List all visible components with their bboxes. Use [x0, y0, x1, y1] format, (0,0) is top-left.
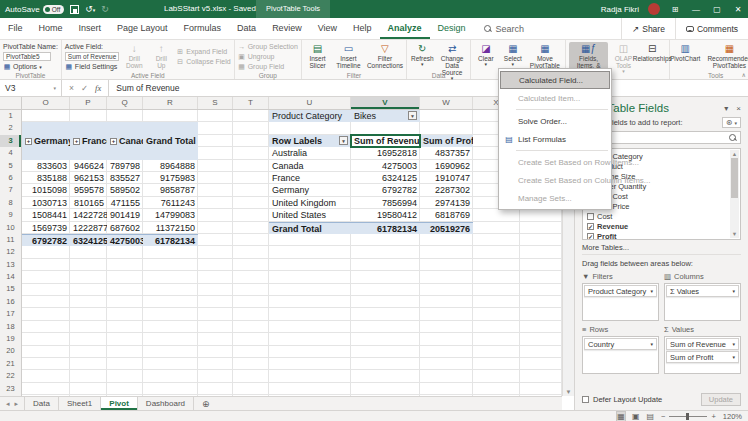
grand-total-label[interactable]: Grand Total	[269, 222, 351, 234]
field-list-scroll-thumb[interactable]	[731, 158, 738, 198]
options-button[interactable]: ▦Options▾	[3, 62, 58, 71]
pane-options-icon[interactable]: ▾	[724, 104, 728, 113]
field-list-scroll-down-icon[interactable]: ▼	[730, 231, 739, 237]
redo-icon[interactable]: ↻	[101, 0, 109, 18]
enter-icon[interactable]: ✓	[81, 83, 88, 93]
ungroup-button[interactable]: ▣Ungroup	[238, 52, 298, 61]
grand-total-cell[interactable]: 61782134	[351, 222, 420, 234]
row-header-16[interactable]: 16	[0, 296, 21, 308]
change-data-source-button[interactable]: ⇄ Change Data Source▾	[437, 42, 467, 71]
field-list-scrollbar[interactable]: ▲ ▼	[730, 150, 739, 238]
data-cell[interactable]: 7856994	[351, 197, 420, 209]
restore-icon[interactable]: ▢	[711, 5, 723, 14]
page-layout-view-icon[interactable]: ▣	[632, 412, 640, 421]
grand-total-cell[interactable]: 61782134	[143, 234, 198, 246]
filters-box[interactable]: Product Category▾	[582, 283, 659, 321]
new-sheet-button[interactable]: ⊕	[194, 397, 218, 410]
expand-icon[interactable]: +	[25, 138, 32, 145]
select-button[interactable]: ▦ Select▾	[501, 42, 525, 71]
group-field-button[interactable]: ▦Group Field	[238, 62, 298, 71]
data-cell[interactable]: 835188	[22, 172, 70, 184]
column-header-t[interactable]: T	[233, 97, 269, 109]
zoom-slider[interactable]: − +	[661, 412, 716, 421]
user-avatar[interactable]	[648, 3, 660, 15]
zoom-out-icon[interactable]: −	[661, 412, 665, 421]
column-field-header[interactable]: +Germany	[22, 135, 70, 147]
cells-area[interactable]: +Germany+France+CanadaGrand Total8336039…	[22, 110, 562, 396]
data-cell[interactable]: 19580412	[351, 209, 420, 221]
tab-help[interactable]: Help	[345, 18, 380, 39]
pivotchart-button[interactable]: ▥ PivotChart	[673, 42, 698, 71]
data-cell[interactable]: 810165	[70, 197, 107, 209]
row-label-cell[interactable]: France	[269, 172, 351, 184]
share-button[interactable]: ↗ Share	[621, 18, 675, 39]
field-item-profit[interactable]: ✓Profit	[587, 231, 728, 240]
data-cell[interactable]: 16952818	[351, 147, 420, 159]
zoom-level[interactable]: 120%	[723, 412, 742, 421]
data-cell[interactable]: 1422728	[70, 209, 107, 221]
data-cell[interactable]: 6792782	[351, 184, 420, 196]
data-cell[interactable]: 901419	[107, 209, 143, 221]
field-checkbox[interactable]	[587, 213, 594, 220]
clear-button[interactable]: ◪ Clear▾	[474, 42, 498, 71]
row-header-6[interactable]: 6	[0, 172, 21, 184]
row-header-9[interactable]: 9	[0, 209, 21, 221]
data-cell[interactable]: 962153	[70, 172, 107, 184]
column-field-header[interactable]: +France	[70, 135, 107, 147]
row-header-2[interactable]: 2	[0, 122, 21, 134]
insert-function-icon[interactable]: fx	[95, 83, 101, 93]
filter-funnel-icon[interactable]: ▼	[408, 111, 417, 120]
row-header-11[interactable]: 11	[0, 234, 21, 246]
row-header-17[interactable]: 17	[0, 308, 21, 320]
tab-view[interactable]: View	[310, 18, 345, 39]
sheet-tab-sheet1[interactable]: Sheet1	[59, 397, 101, 410]
name-box[interactable]: V3 ▾	[0, 80, 62, 96]
data-cell[interactable]: 8964888	[143, 160, 198, 172]
area-field-sum-of-revenue[interactable]: Sum of Revenue▾	[666, 338, 739, 350]
field-checkbox[interactable]: ✓	[587, 233, 594, 240]
data-cell[interactable]: 1508441	[22, 209, 70, 221]
tab-home[interactable]: Home	[31, 18, 71, 39]
row-header-20[interactable]: 20	[0, 345, 21, 357]
collapse-ribbon-icon[interactable]: ∧	[742, 71, 746, 78]
pivot-header-band[interactable]	[22, 147, 198, 159]
menu-item-list-formulas[interactable]: ▤List Formulas	[500, 130, 610, 148]
relationships-button[interactable]: ⊟ Relationships	[639, 42, 666, 71]
data-cell[interactable]: 6818769	[420, 209, 473, 221]
field-settings-button[interactable]: ▦Field Settings	[65, 62, 119, 71]
row-header-3[interactable]: 3	[0, 135, 21, 147]
column-header-v[interactable]: V	[351, 97, 420, 109]
dropdown-arrow-icon[interactable]: ▾	[732, 339, 735, 350]
data-cell[interactable]: 946624	[70, 160, 107, 172]
ribbon-display-options-icon[interactable]: ⊞	[669, 5, 681, 14]
row-header-4[interactable]: 4	[0, 147, 21, 159]
autosave-toggle[interactable]: AutoSave Off	[5, 5, 64, 14]
row-labels-dropdown-icon[interactable]: ▾	[339, 136, 348, 145]
pivottable-name-input[interactable]: PivotTable5	[3, 52, 51, 61]
grand-total-cell[interactable]: 6792782	[22, 234, 70, 246]
data-cell[interactable]: 9858787	[143, 184, 198, 196]
grand-total-cell[interactable]: 20519276	[420, 222, 473, 234]
data-cell[interactable]: 1030713	[22, 197, 70, 209]
tab-design[interactable]: Design	[430, 18, 474, 39]
row-header-23[interactable]: 23	[0, 383, 21, 395]
data-cell[interactable]: 589502	[107, 184, 143, 196]
data-cell[interactable]: 4275003	[351, 160, 420, 172]
undo-icon[interactable]: ↺▾	[85, 0, 95, 19]
area-field-product-category[interactable]: Product Category▾	[584, 285, 657, 297]
refresh-button[interactable]: ↻ Refresh▾	[410, 42, 434, 71]
insert-timeline-button[interactable]: ▭ Insert Timeline	[333, 42, 363, 71]
zoom-in-icon[interactable]: +	[711, 412, 715, 421]
dropdown-arrow-icon[interactable]: ▾	[732, 352, 735, 363]
area-field-values[interactable]: Σ Values▾	[666, 285, 739, 297]
data-cell[interactable]: 471155	[107, 197, 143, 209]
column-header-q[interactable]: Q	[107, 97, 143, 109]
rows-box[interactable]: Country▾	[582, 336, 659, 374]
formula-bar-value[interactable]: Sum of Revenue	[109, 83, 179, 93]
data-cell[interactable]: 1222877	[70, 222, 107, 234]
tab-insert[interactable]: Insert	[71, 18, 110, 39]
column-field-header[interactable]: +Canada	[107, 135, 143, 147]
row-header-14[interactable]: 14	[0, 271, 21, 283]
move-pivottable-button[interactable]: ▦ Move PivotTable	[528, 42, 562, 71]
row-header-5[interactable]: 5	[0, 160, 21, 172]
